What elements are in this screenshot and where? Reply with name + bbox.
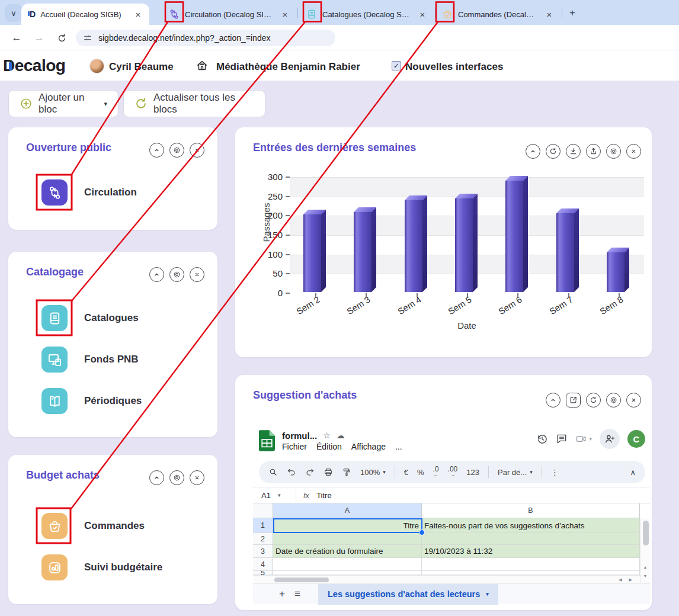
add-block-button[interactable]: Ajouter un bloc ▾ (8, 90, 118, 117)
row-header-5[interactable]: 5 (253, 571, 273, 575)
site-info-icon[interactable] (83, 33, 92, 43)
zoom-select[interactable]: 100%▾ (360, 468, 386, 477)
gear-icon[interactable] (169, 267, 184, 282)
close-icon[interactable] (190, 267, 204, 282)
cell-a2[interactable] (273, 533, 422, 545)
name-box[interactable]: A1▾ (253, 491, 296, 500)
forward-button[interactable]: → (32, 31, 46, 45)
close-icon[interactable]: × (544, 9, 555, 20)
collapse-icon[interactable] (149, 470, 164, 485)
close-icon[interactable] (626, 393, 641, 408)
back-button[interactable]: ← (9, 31, 24, 45)
new-tab-button[interactable]: + (565, 5, 580, 21)
collapse-icon[interactable] (526, 144, 540, 159)
horizontal-scrollbar[interactable]: ◀▶ (253, 575, 640, 583)
user-name[interactable]: Cyril Beaume (109, 61, 174, 73)
star-icon[interactable]: ☆ (323, 431, 331, 440)
print-icon[interactable] (324, 467, 333, 477)
undo-icon[interactable] (287, 467, 296, 477)
sidebar-item-circulation[interactable]: Circulation (41, 179, 137, 206)
meet-icon[interactable]: ▾ (575, 433, 592, 445)
scroll-right-icon[interactable]: ▶ (629, 576, 632, 583)
cell-b3[interactable]: 19/10/2023 à 11:32 (422, 545, 640, 558)
row-header-1[interactable]: 1 (253, 518, 273, 533)
currency-format-button[interactable]: € (404, 468, 408, 477)
scroll-arrows-vertical[interactable]: ▲▼ (640, 563, 650, 580)
share-icon[interactable] (586, 144, 601, 159)
row-header-4[interactable]: 4 (253, 558, 273, 571)
add-sheet-button[interactable]: + (274, 588, 290, 600)
decrease-decimal-button[interactable]: .0← (433, 466, 439, 478)
close-icon[interactable]: × (417, 9, 428, 20)
refresh-icon[interactable] (546, 144, 561, 159)
refresh-all-button[interactable]: Actualiser tous les blocs (123, 90, 265, 117)
cell-a4[interactable] (273, 558, 422, 571)
open-external-icon[interactable] (566, 393, 581, 408)
download-icon[interactable] (566, 144, 581, 159)
sidebar-item-periodiques[interactable]: Périodiques (41, 388, 142, 414)
account-avatar[interactable]: C (627, 430, 645, 448)
collapse-icon[interactable] (149, 267, 164, 282)
chevron-down-icon: ▾ (278, 492, 281, 498)
user-avatar[interactable] (90, 59, 104, 73)
gear-icon[interactable] (606, 393, 621, 408)
cell-b1[interactable]: Faites-nous part de vos suggestions d'ac… (422, 518, 640, 533)
comment-icon[interactable] (556, 433, 568, 445)
collapse-toolbar-icon[interactable]: ∧ (630, 468, 636, 477)
menu-more[interactable]: ... (395, 442, 402, 451)
corner-cell[interactable] (253, 503, 273, 518)
cell-b2[interactable] (422, 533, 640, 545)
menu-edition[interactable]: Édition (316, 442, 342, 451)
share-person-add-button[interactable] (600, 429, 620, 449)
sidebar-item-commandes[interactable]: Commandes (41, 513, 145, 539)
sidebar-item-catalogues[interactable]: Catalogues (41, 305, 139, 331)
row-header-2[interactable]: 2 (253, 533, 273, 545)
history-icon[interactable] (536, 433, 548, 445)
gear-icon[interactable] (169, 470, 184, 485)
close-icon[interactable]: × (133, 9, 143, 20)
increase-decimal-button[interactable]: .00→ (448, 466, 458, 478)
redo-icon[interactable] (305, 467, 315, 477)
row-header-3[interactable]: 3 (253, 545, 273, 558)
menu-affichage[interactable]: Affichage (351, 442, 386, 451)
menu-fichier[interactable]: Fichier (282, 442, 307, 451)
cell-b4[interactable] (422, 558, 640, 571)
collapse-icon[interactable] (149, 143, 164, 158)
close-icon[interactable]: × (280, 9, 290, 20)
all-sheets-button[interactable]: ≡ (290, 588, 305, 600)
search-icon[interactable] (268, 467, 278, 477)
column-header-a[interactable]: A (273, 503, 422, 518)
cell-b5[interactable] (422, 571, 640, 575)
tab-circulation[interactable]: Circulation (Decalog SIGB) × (152, 4, 296, 25)
gear-icon[interactable] (169, 143, 184, 158)
gear-icon[interactable] (606, 144, 621, 159)
paint-format-icon[interactable] (342, 467, 351, 477)
sheet-tab[interactable]: Les suggestions d'achat des lecteurs ▾ (318, 584, 498, 605)
sidebar-item-suivi-budgetaire[interactable]: Suivi budgétaire (41, 554, 162, 580)
collapse-icon[interactable] (546, 393, 561, 408)
close-icon[interactable] (190, 470, 204, 485)
close-icon[interactable] (626, 144, 641, 159)
more-formats-button[interactable]: 123 (466, 468, 479, 477)
tab-search-button[interactable]: ∨ (5, 4, 23, 22)
new-interfaces-checkbox[interactable]: ✓ (392, 61, 401, 70)
tab-accueil[interactable]: D Accueil (Decalog SIGB) × (21, 4, 149, 25)
more-vert-icon[interactable]: ⋮ (551, 468, 559, 477)
tab-commandes[interactable]: Commandes (Decalog SIGB) × (436, 4, 561, 25)
sidebar-item-fonds-pnb[interactable]: Fonds PNB (41, 346, 139, 373)
doc-title[interactable]: formul... (282, 431, 317, 441)
fill-handle[interactable] (419, 530, 425, 535)
scroll-left-icon[interactable]: ◀ (619, 576, 622, 583)
font-select[interactable]: Par dé...▾ (498, 468, 533, 477)
url-bar[interactable]: sigbdev.decalog.net/index.php?_action_=i… (76, 30, 335, 46)
column-header-b[interactable]: B (422, 503, 640, 518)
tab-catalogues[interactable]: Catalogues (Decalog SIGB) × (299, 4, 434, 25)
refresh-icon[interactable] (586, 393, 601, 408)
close-icon[interactable] (190, 143, 204, 158)
cell-a3[interactable]: Date de création du formulaire (273, 545, 422, 558)
formula-input[interactable]: Titre (316, 491, 332, 500)
cell-a5[interactable] (273, 571, 422, 575)
percent-format-button[interactable]: % (417, 468, 424, 477)
reload-button[interactable] (55, 31, 69, 45)
library-name[interactable]: Médiathèque Benjamin Rabier (216, 61, 360, 73)
